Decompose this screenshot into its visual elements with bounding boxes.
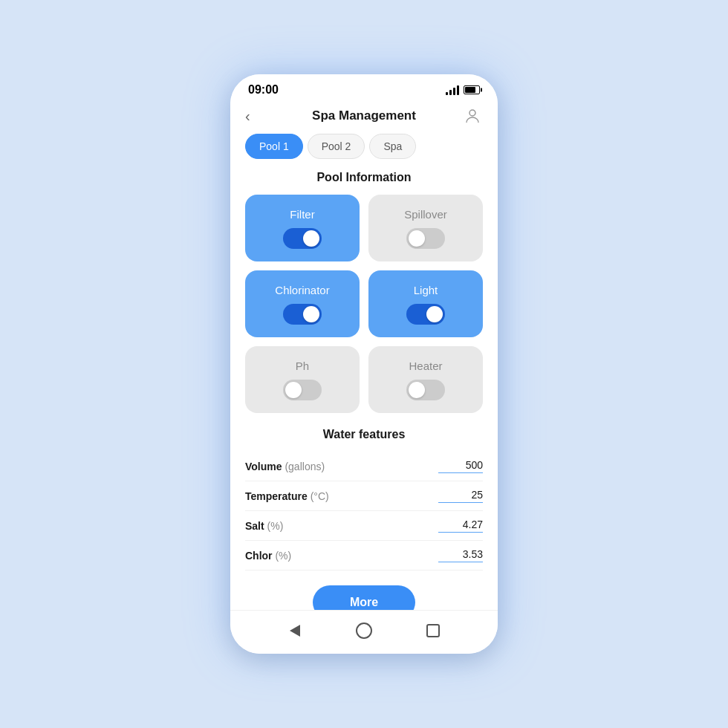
back-button[interactable]: ‹	[245, 108, 266, 125]
recent-square-icon	[426, 624, 440, 637]
chlorinator-label: Chlorinator	[275, 284, 329, 296]
status-bar: 09:00	[230, 74, 498, 101]
home-circle-icon	[356, 623, 372, 639]
feature-row-volume: Volume (gallons) 500	[245, 452, 483, 481]
signal-icon	[446, 85, 459, 95]
back-triangle-icon	[290, 625, 300, 637]
status-time: 09:00	[248, 83, 279, 97]
water-features-list: Volume (gallons) 500 Temperature (°C) 25…	[245, 452, 483, 571]
volume-value: 500	[438, 459, 483, 473]
salt-label: Salt (%)	[245, 520, 283, 532]
page-title: Spa Management	[312, 108, 416, 123]
salt-value: 4.27	[438, 519, 483, 533]
light-toggle[interactable]	[406, 304, 445, 325]
pool-info-title: Pool Information	[245, 171, 483, 184]
heater-label: Heater	[409, 360, 442, 372]
main-content: Pool Information Filter Spillover Chlori…	[230, 168, 498, 610]
chlor-value: 3.53	[438, 548, 483, 562]
phone-frame: 09:00 ‹ Spa Management Pool 1 Pool 2	[230, 74, 498, 654]
control-heater[interactable]: Heater	[368, 346, 483, 413]
filter-label: Filter	[290, 208, 314, 221]
status-icons	[446, 85, 480, 95]
temperature-label: Temperature (°C)	[245, 490, 329, 502]
filter-toggle[interactable]	[283, 228, 322, 249]
ph-toggle[interactable]	[283, 380, 322, 400]
tab-pool2[interactable]: Pool 2	[308, 134, 365, 159]
ph-label: Ph	[296, 360, 309, 372]
nav-recent-button[interactable]	[422, 620, 444, 642]
tab-pool1[interactable]: Pool 1	[245, 134, 303, 159]
water-features-title: Water features	[245, 428, 483, 441]
chlorinator-toggle[interactable]	[283, 304, 322, 325]
heater-toggle[interactable]	[406, 380, 445, 400]
temperature-value: 25	[438, 489, 483, 503]
volume-label: Volume (gallons)	[245, 461, 325, 472]
control-spillover[interactable]: Spillover	[368, 195, 483, 261]
nav-home-button[interactable]	[353, 620, 375, 642]
profile-icon[interactable]	[462, 105, 483, 126]
more-button[interactable]: More	[313, 585, 415, 610]
control-chlorinator[interactable]: Chlorinator	[245, 270, 360, 337]
svg-point-0	[469, 110, 475, 116]
feature-row-salt: Salt (%) 4.27	[245, 511, 483, 541]
bottom-nav	[230, 610, 498, 654]
tab-bar: Pool 1 Pool 2 Spa	[230, 134, 498, 168]
nav-back-button[interactable]	[284, 620, 306, 642]
control-light[interactable]: Light	[368, 270, 483, 337]
control-grid: Filter Spillover Chlorinator	[245, 195, 483, 413]
control-filter[interactable]: Filter	[245, 195, 360, 261]
battery-icon	[464, 85, 480, 94]
light-label: Light	[414, 284, 438, 296]
tab-spa[interactable]: Spa	[369, 134, 416, 159]
spillover-toggle[interactable]	[406, 228, 445, 249]
header: ‹ Spa Management	[230, 101, 498, 134]
control-ph[interactable]: Ph	[245, 346, 360, 413]
feature-row-temperature: Temperature (°C) 25	[245, 481, 483, 511]
chlor-label: Chlor (%)	[245, 550, 291, 562]
feature-row-chlor: Chlor (%) 3.53	[245, 541, 483, 571]
spillover-label: Spillover	[404, 208, 447, 221]
